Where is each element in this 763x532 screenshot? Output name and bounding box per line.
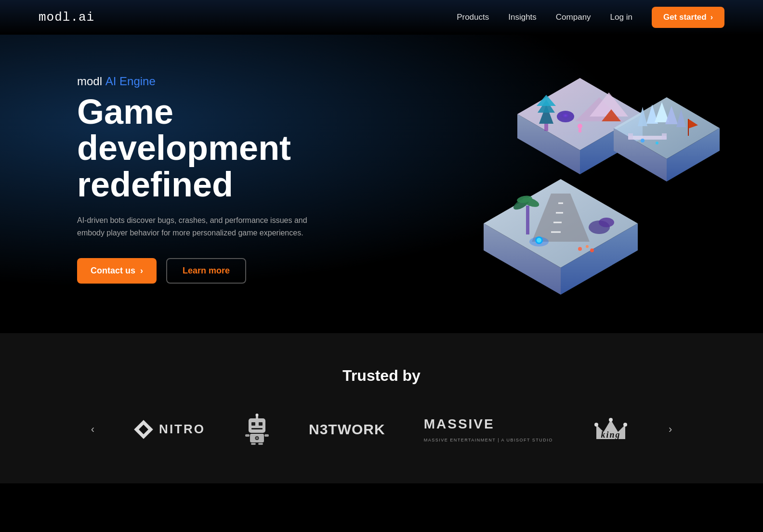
svg-rect-58 <box>245 434 250 437</box>
hero-title: Game development redefined <box>77 94 347 203</box>
header: modl.ai Products Insights Company Log in… <box>0 0 763 35</box>
trusted-title: Trusted by <box>39 367 724 385</box>
svg-rect-13 <box>579 129 581 132</box>
hero-description: AI-driven bots discover bugs, crashes, a… <box>77 214 308 239</box>
bitplanet-icon <box>244 414 270 445</box>
svg-point-46 <box>578 247 582 251</box>
svg-point-28 <box>656 142 658 144</box>
svg-rect-51 <box>249 418 265 433</box>
hero-subtitle-accent: AI Engine <box>105 75 156 88</box>
logo-king[interactable]: king <box>592 415 630 444</box>
svg-rect-22 <box>628 136 667 140</box>
nav-login[interactable]: Log in <box>610 13 632 22</box>
hero-buttons: Contact us › Learn more <box>77 258 347 284</box>
nitro-diamond-icon <box>133 419 154 440</box>
arrow-icon: › <box>140 266 143 276</box>
svg-point-47 <box>586 245 589 248</box>
hero-illustration <box>455 68 734 299</box>
svg-point-12 <box>578 124 582 129</box>
carousel-prev-button[interactable]: ‹ <box>91 423 94 436</box>
svg-text:king: king <box>601 430 620 440</box>
logo-nitro[interactable]: NITRO <box>133 419 205 440</box>
arrow-icon: › <box>710 13 713 22</box>
logo: modl.ai <box>39 10 94 25</box>
svg-rect-54 <box>251 428 263 429</box>
contact-us-button[interactable]: Contact us › <box>77 258 157 284</box>
svg-point-66 <box>609 418 613 422</box>
nav-insights[interactable]: Insights <box>508 13 537 22</box>
nav-products[interactable]: Products <box>457 13 489 22</box>
svg-point-11 <box>561 112 570 119</box>
king-logo-icon: king <box>592 415 630 444</box>
svg-point-27 <box>641 139 645 143</box>
nav-company[interactable]: Company <box>556 13 591 22</box>
svg-rect-24 <box>662 133 667 140</box>
svg-point-65 <box>594 423 598 427</box>
svg-rect-52 <box>251 422 255 426</box>
learn-more-button[interactable]: Learn more <box>166 258 246 284</box>
logo-bitplanet[interactable] <box>244 414 270 445</box>
svg-point-67 <box>623 423 627 427</box>
logos-row: ‹ NITRO <box>39 414 724 445</box>
logo-massive[interactable]: MASSIVE MASSIVE ENTERTAINMENT | A UBISOF… <box>424 416 553 442</box>
svg-rect-37 <box>526 206 529 234</box>
carousel-next-button[interactable]: › <box>669 423 672 436</box>
hero-section: modl AI Engine Game development redefine… <box>0 35 763 333</box>
svg-point-43 <box>537 238 541 243</box>
svg-point-48 <box>590 248 594 252</box>
svg-rect-59 <box>264 434 269 437</box>
svg-point-63 <box>256 437 258 439</box>
logo-n3twork[interactable]: N3TWORK <box>309 421 385 438</box>
trusted-section: Trusted by ‹ NITRO <box>0 333 763 483</box>
svg-rect-60 <box>251 443 256 445</box>
svg-point-56 <box>256 414 259 416</box>
svg-rect-61 <box>258 443 263 445</box>
svg-rect-6 <box>544 124 548 131</box>
svg-rect-23 <box>628 133 633 140</box>
get-started-button[interactable]: Get started › <box>652 7 724 28</box>
hero-content: modl AI Engine Game development redefine… <box>77 75 347 284</box>
hero-subtitle: modl AI Engine <box>77 75 347 88</box>
svg-point-45 <box>599 218 614 227</box>
main-nav: Products Insights Company Log in Get sta… <box>457 7 724 28</box>
svg-rect-53 <box>259 422 263 426</box>
